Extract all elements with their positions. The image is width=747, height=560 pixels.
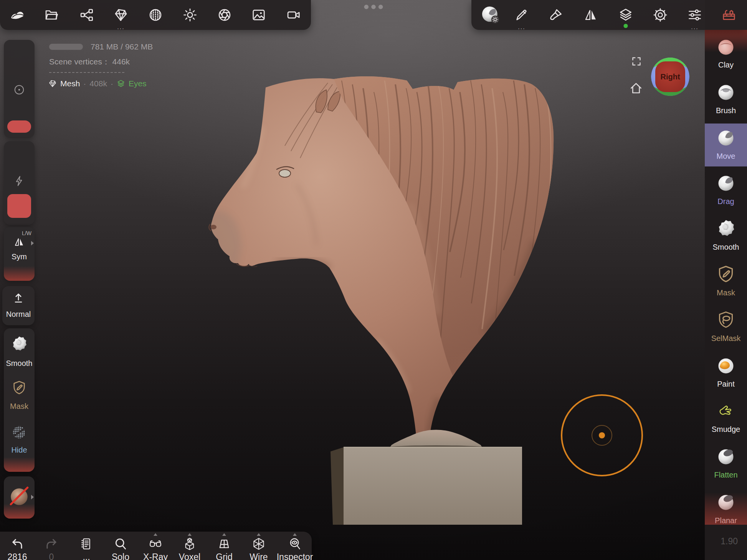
mesh-name: Mesh [60,79,80,88]
tool-smooth[interactable]: Smooth [705,214,747,257]
nomad-logo-icon [10,8,25,22]
scene-vertices-label: Scene vertices： [49,57,110,66]
tr-toolbox-button[interactable] [716,0,742,30]
tool-label: Brush [716,106,736,115]
bottom-solo-button[interactable]: Solo [103,532,138,560]
tr-gear-button[interactable] [647,0,673,30]
bottom-label: Voxel [179,552,200,560]
tool-flatten[interactable]: Flatten [705,442,747,485]
tr-mirror-button[interactable] [578,0,604,30]
bottom-inspector-eye-button[interactable]: Inspector [278,532,312,560]
bottom-voxel-cubes-button[interactable]: Voxel [172,532,207,560]
memory-text: 781 MB / 962 MB [91,42,153,51]
tool-selmask[interactable]: SelMask [705,306,747,349]
scroll-fade [4,504,35,519]
tool-move[interactable]: Move [705,124,747,166]
tool-smudge[interactable]: Smudge [705,397,747,440]
mask-shield-icon[interactable] [11,380,27,397]
tool-move-icon [716,124,736,152]
tl-aperture-button[interactable] [212,0,238,30]
layers-icon [618,8,633,22]
tool-drag[interactable]: Drag [705,169,747,212]
tool-smudge-icon [716,397,736,425]
bottom-xray-glasses-button[interactable]: X-Ray [138,532,173,560]
sun-icon [183,8,197,22]
toolbar-drag-handle[interactable] [362,4,385,11]
tl-sun-button[interactable] [177,0,203,30]
tool-label: Smooth [713,243,739,251]
scroll-fade [4,266,35,281]
intensity-slider[interactable] [4,141,35,225]
radius-slider-handle[interactable] [7,120,31,133]
tool-flatten-icon [716,442,736,471]
bottom-notebook-button[interactable]: ... [69,532,104,560]
tool-brush[interactable]: Brush [705,78,747,121]
memory-info: 781 MB / 962 MB [49,42,153,51]
tool-brush-icon [716,78,736,106]
hide-sphere-icon[interactable] [11,423,28,440]
video-camera-icon [286,8,301,22]
toolbox-icon [722,8,736,22]
drag-handle-dots-icon [362,4,385,10]
tl-nomad-logo-button[interactable] [5,0,31,30]
bottom-wireframe-button[interactable]: Wire [241,532,276,560]
nomad-sculpt-app: ... ...... 781 MB / 962 MB Scene vertice… [0,0,747,560]
tl-image-button[interactable] [246,0,272,30]
layer-name: Eyes [129,79,147,88]
tl-gem-button[interactable]: ... [108,0,134,30]
mesh-icon [48,79,57,88]
brush-cursor [561,394,643,476]
hide-quick-label[interactable]: Hide [4,446,35,455]
tool-label: SelMask [711,334,741,343]
mesh-info-row[interactable]: Mesh · 408k · Eyes [48,79,147,88]
fullscreen-button[interactable] [631,56,642,69]
tool-sidebar: ClayBrushMoveDragSmoothMaskSelMaskPaintS… [705,0,747,560]
tl-video-camera-button[interactable] [281,0,307,30]
tl-matcap-sphere-button[interactable] [142,0,169,30]
layer-icon [117,79,125,88]
caret-up-icon [222,533,226,536]
symmetry-label: Sym [4,252,35,261]
voxel-cubes-icon [183,537,197,551]
caret-up-icon [188,533,192,536]
intensity-slider-handle[interactable] [7,194,31,218]
radius-slider[interactable] [4,40,35,138]
tl-folder-button[interactable] [38,0,64,30]
tl-share-nodes-button[interactable] [74,0,100,30]
brush-cursor-center-dot [599,432,605,438]
tr-layers-button[interactable] [613,0,639,30]
redo-icon [45,537,58,551]
material-sphere-button[interactable] [4,476,35,519]
undo-icon [10,537,24,551]
tr-active-tool-matcap-button[interactable] [478,0,504,30]
tr-pencil-button[interactable]: ... [509,0,535,30]
top-right-toolbar: ...... [471,0,747,30]
normal-arrow-icon [12,292,25,305]
undo-button[interactable]: 2816 [0,532,35,560]
tool-paint[interactable]: Paint [705,351,747,394]
bottom-perspective-grid-button[interactable]: Grid [207,532,241,560]
symmetry-section[interactable]: L/W Sym [4,227,35,281]
smooth-ball-icon[interactable] [10,335,28,354]
tool-label: Smudge [712,425,740,433]
caret-up-icon [293,533,297,536]
tool-mask[interactable]: Mask [705,260,747,303]
orientation-gizmo[interactable]: Right [650,57,690,97]
scene-vertices: Scene vertices： 446k [49,56,130,67]
mask-quick-label[interactable]: Mask [4,402,35,411]
tr-sliders-button[interactable]: ... [682,0,708,30]
home-view-button[interactable] [629,81,643,97]
redo-button[interactable]: 0 [34,532,69,560]
symmetry-icon [13,236,25,248]
smooth-quick-label[interactable]: Smooth [4,359,35,368]
tool-selmask-icon [716,306,736,334]
tool-label: Paint [717,380,735,388]
matcap-sphere-icon [148,8,163,22]
bottom-label: Wire [250,552,268,560]
stroke-normal-button[interactable]: Normal [2,286,35,325]
tr-paintbrush-button[interactable] [543,0,569,30]
app-version: 1.90 [721,536,738,547]
aperture-icon [217,8,232,22]
perspective-grid-icon [217,537,231,551]
tool-mask-icon [716,260,736,288]
